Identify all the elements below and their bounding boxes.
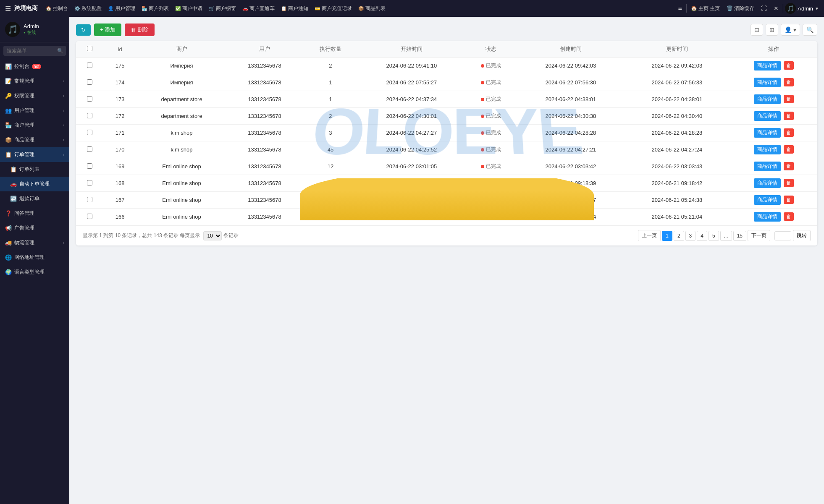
row-checkbox[interactable] bbox=[87, 63, 92, 68]
page-btn-3[interactable]: 3 bbox=[685, 231, 696, 241]
grid-view-btn[interactable]: ⊞ bbox=[766, 24, 778, 36]
detail-button[interactable]: 商品详情 bbox=[754, 111, 781, 121]
row-checkbox[interactable] bbox=[87, 79, 92, 85]
sidebar-item-订单列表[interactable]: 📋 订单列表 bbox=[0, 162, 69, 177]
top-nav-item-商户申请[interactable]: ✅商户申请 bbox=[172, 3, 205, 14]
row-checkbox[interactable] bbox=[87, 130, 92, 135]
page-jump-btn[interactable]: 跳转 bbox=[793, 230, 811, 241]
sidebar-item-问答管理[interactable]: ❓ 问答管理 bbox=[0, 206, 69, 221]
top-nav-item-商户充值记录[interactable]: 💳商户充值记录 bbox=[312, 3, 355, 14]
page-btn-4[interactable]: 4 bbox=[697, 231, 707, 241]
menu-icon: 📋 bbox=[10, 166, 17, 172]
menu-label: 网络地址管理 bbox=[14, 254, 45, 261]
select-all-checkbox[interactable] bbox=[87, 46, 92, 51]
search-icon[interactable]: 🔍 bbox=[57, 48, 63, 54]
row-delete-button[interactable]: 🗑 bbox=[784, 179, 794, 187]
page-btn-5[interactable]: 5 bbox=[709, 231, 719, 241]
detail-button[interactable]: 商品详情 bbox=[754, 94, 781, 104]
status-dot bbox=[481, 98, 484, 101]
row-checkbox[interactable] bbox=[87, 197, 92, 202]
top-nav-item-商户通知[interactable]: 📋商户通知 bbox=[278, 3, 311, 14]
sidebar-item-订单管理[interactable]: 📋 订单管理 › bbox=[0, 147, 69, 162]
detail-button[interactable]: 商品详情 bbox=[754, 145, 781, 154]
row-checkbox[interactable] bbox=[87, 214, 92, 219]
cell-updated: 2024-06-22 07:56:33 bbox=[624, 74, 730, 91]
row-checkbox[interactable] bbox=[87, 180, 92, 185]
search-toggle-btn[interactable]: 🔍 bbox=[803, 24, 817, 36]
per-page-select[interactable]: 10152050 bbox=[203, 231, 222, 240]
row-checkbox[interactable] bbox=[87, 146, 92, 152]
cell-status: 已完成 bbox=[464, 192, 517, 209]
sidebar-item-广告管理[interactable]: 📢 广告管理 bbox=[0, 221, 69, 235]
cell-action: 商品详情 🗑 bbox=[730, 192, 817, 209]
sidebar-item-自动下单管理[interactable]: 🚗 自动下单管理 bbox=[0, 177, 69, 191]
sidebar-item-退款订单[interactable]: ↩️ 退款订单 bbox=[0, 191, 69, 206]
sidebar-item-商户管理[interactable]: 🏪 商户管理 › bbox=[0, 118, 69, 133]
row-delete-button[interactable]: 🗑 bbox=[784, 112, 794, 120]
fullscreen-btn[interactable]: ⛶ bbox=[758, 3, 769, 13]
row-delete-button[interactable]: 🗑 bbox=[784, 162, 794, 170]
table-row: 167 Emi online shop 13312345678 35 2024-… bbox=[76, 192, 817, 209]
row-delete-button[interactable]: 🗑 bbox=[784, 61, 794, 70]
row-checkbox[interactable] bbox=[87, 113, 92, 118]
close-btn[interactable]: ✕ bbox=[771, 3, 781, 13]
delete-button[interactable]: 🗑 删除 bbox=[125, 24, 155, 36]
menu-label: 用户管理 bbox=[14, 107, 34, 114]
filter-dropdown-btn[interactable]: 👤 ▾ bbox=[781, 24, 800, 36]
row-delete-button[interactable]: 🗑 bbox=[784, 95, 794, 103]
row-checkbox[interactable] bbox=[87, 96, 92, 102]
sidebar-item-用户管理[interactable]: 👥 用户管理 › bbox=[0, 103, 69, 118]
top-nav-item-控制台[interactable]: 🏠控制台 bbox=[43, 3, 71, 14]
row-delete-button[interactable]: 🗑 bbox=[784, 128, 794, 137]
sidebar-item-网络地址管理[interactable]: 🌐 网络地址管理 bbox=[0, 250, 69, 265]
top-nav-item-商户列表[interactable]: 🏪商户列表 bbox=[139, 3, 172, 14]
refresh-button[interactable]: ↻ bbox=[76, 24, 91, 36]
cell-start: 2024-06-22 04:27:27 bbox=[358, 125, 464, 141]
row-delete-button[interactable]: 🗑 bbox=[784, 78, 794, 86]
top-nav-item-系统配置[interactable]: ⚙️系统配置 bbox=[71, 3, 105, 14]
top-nav-item-商户橱窗[interactable]: 🛒商户橱窗 bbox=[206, 3, 239, 14]
row-delete-button[interactable]: 🗑 bbox=[784, 196, 794, 204]
admin-dropdown-icon[interactable]: ▼ bbox=[815, 6, 819, 11]
status-badge: 已完成 bbox=[481, 196, 501, 204]
menu-label: 控制台 bbox=[14, 63, 29, 70]
sidebar-item-常规管理[interactable]: 📝 常规管理 › bbox=[0, 74, 69, 89]
more-menu-btn[interactable]: ≡ bbox=[676, 3, 685, 14]
top-nav-item-商户直通车[interactable]: 🚗商户直通车 bbox=[239, 3, 278, 14]
detail-button[interactable]: 商品详情 bbox=[754, 162, 781, 171]
detail-button[interactable]: 商品详情 bbox=[754, 61, 781, 71]
home-nav-btn[interactable]: 🏠 主页主页 bbox=[688, 3, 722, 14]
detail-button[interactable]: 商品详情 bbox=[754, 128, 781, 138]
cell-start: 2024-06-22 04:30:01 bbox=[358, 108, 464, 125]
sidebar-item-语言类型管理[interactable]: 🌍 语言类型管理 bbox=[0, 265, 69, 279]
row-checkbox[interactable] bbox=[87, 163, 92, 169]
row-delete-button[interactable]: 🗑 bbox=[784, 212, 794, 221]
sidebar-item-商品管理[interactable]: 📦 商品管理 › bbox=[0, 133, 69, 147]
search-input[interactable] bbox=[3, 46, 66, 56]
menu-icon: 📢 bbox=[5, 225, 12, 231]
sidebar-item-控制台[interactable]: 📊 控制台 hot bbox=[0, 59, 69, 74]
page-btn-2[interactable]: 2 bbox=[674, 231, 684, 241]
add-button[interactable]: + 添加 bbox=[94, 24, 121, 36]
prev-page-button[interactable]: 上一页 bbox=[638, 230, 661, 241]
cell-start: 2024-06-21 05:23:22 bbox=[358, 192, 464, 209]
cell-action: 商品详情 🗑 bbox=[730, 57, 817, 74]
detail-button[interactable]: 商品详情 bbox=[754, 195, 781, 205]
detail-button[interactable]: 商品详情 bbox=[754, 178, 781, 188]
sidebar-item-权限管理[interactable]: 🔑 权限管理 › bbox=[0, 89, 69, 103]
clear-cache-btn[interactable]: 🗑️ 清除缓存 bbox=[724, 3, 757, 14]
sidebar-item-物流管理[interactable]: 🚚 物流管理 › bbox=[0, 235, 69, 250]
cell-created: 2024-06-22 03:03:42 bbox=[517, 158, 624, 175]
page-btn-1[interactable]: 1 bbox=[662, 231, 672, 241]
row-delete-button[interactable]: 🗑 bbox=[784, 145, 794, 154]
page-jump-input[interactable] bbox=[774, 231, 791, 240]
detail-button[interactable]: 商品详情 bbox=[754, 212, 781, 222]
detail-button[interactable]: 商品详情 bbox=[754, 78, 781, 87]
hamburger-icon[interactable]: ☰ bbox=[5, 5, 11, 13]
page-btn-15[interactable]: 15 bbox=[733, 231, 746, 241]
column-view-btn[interactable]: ⊟ bbox=[751, 24, 763, 36]
menu-icon: 📋 bbox=[5, 151, 12, 158]
top-nav-item-商品列表[interactable]: 📦商品列表 bbox=[355, 3, 388, 14]
top-nav-item-用户管理[interactable]: 👤用户管理 bbox=[105, 3, 138, 14]
next-page-button[interactable]: 下一页 bbox=[748, 230, 770, 241]
